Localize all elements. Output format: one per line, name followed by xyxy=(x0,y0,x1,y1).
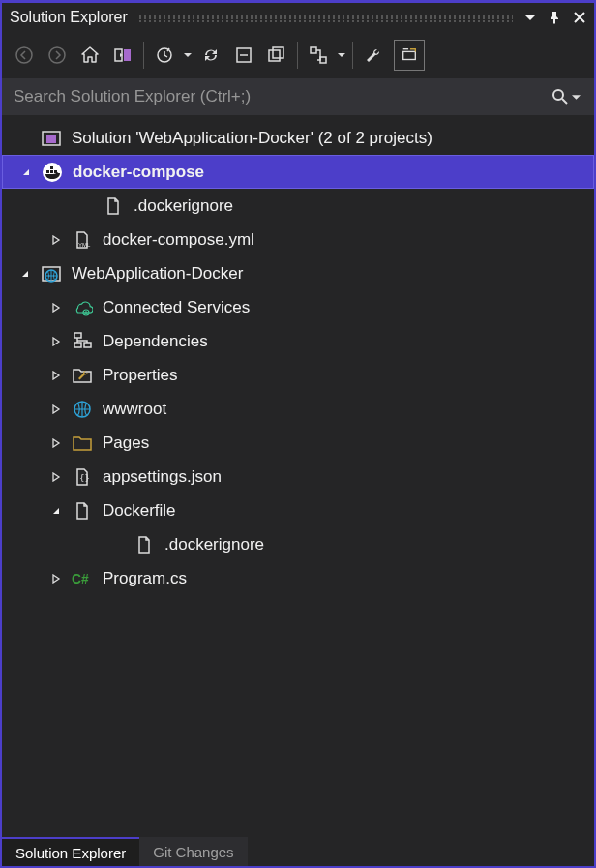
svg-rect-6 xyxy=(269,50,280,61)
dockerignore-node[interactable]: .dockerignore xyxy=(2,189,594,223)
dockerignore-label: .dockerignore xyxy=(134,196,233,216)
svg-rect-17 xyxy=(50,166,53,169)
file-icon xyxy=(72,500,93,522)
drag-handle[interactable] xyxy=(139,15,513,19)
search-button[interactable] xyxy=(547,85,584,108)
pages-node[interactable]: Pages xyxy=(2,426,594,460)
search-bar xyxy=(2,78,594,115)
back-button[interactable] xyxy=(8,39,41,72)
expander-expanded-icon[interactable] xyxy=(17,266,33,282)
toolbar xyxy=(2,32,594,78)
expander-expanded-icon[interactable] xyxy=(18,165,34,180)
home-button[interactable] xyxy=(74,39,106,72)
expander-collapsed-icon[interactable] xyxy=(48,435,64,451)
title-bar: Solution Explorer xyxy=(2,3,594,32)
expander-collapsed-icon[interactable] xyxy=(48,469,64,485)
docker-compose-yml-label: docker-compose.yml xyxy=(103,230,254,250)
svg-point-11 xyxy=(553,90,563,100)
preview-selected-button[interactable] xyxy=(394,40,425,71)
properties-folder-icon xyxy=(72,365,93,386)
connected-services-icon xyxy=(72,297,93,318)
expander-collapsed-icon[interactable] xyxy=(48,334,64,349)
svg-rect-9 xyxy=(320,57,326,63)
class-diagram-dropdown-arrow[interactable] xyxy=(335,51,348,59)
svg-text:YML: YML xyxy=(78,242,91,248)
tab-label: Solution Explorer xyxy=(15,845,126,861)
solution-tree: Solution 'WebApplication-Docker' (2 of 2… xyxy=(2,115,594,837)
folder-icon xyxy=(72,433,93,454)
tab-git-changes[interactable]: Git Changes xyxy=(139,837,247,866)
pin-icon[interactable] xyxy=(548,11,561,24)
tab-solution-explorer[interactable]: Solution Explorer xyxy=(2,837,139,866)
view-class-diagram-button[interactable] xyxy=(302,39,335,72)
dependencies-icon xyxy=(72,331,93,352)
dockerfile-node[interactable]: Dockerfile xyxy=(2,494,594,527)
dependencies-label: Dependencies xyxy=(103,332,208,351)
dockerfile-label: Dockerfile xyxy=(103,501,176,521)
collapse-all-button[interactable] xyxy=(227,39,260,72)
svg-rect-16 xyxy=(50,170,53,173)
svg-rect-23 xyxy=(74,333,81,338)
dockerignore-nested-node[interactable]: .dockerignore xyxy=(2,527,594,561)
toolbar-separator xyxy=(297,42,298,69)
svg-rect-24 xyxy=(74,343,81,347)
json-file-icon: {} xyxy=(72,466,93,488)
show-all-files-button[interactable] xyxy=(260,39,293,72)
pending-changes-filter-button[interactable] xyxy=(148,39,181,72)
dependencies-node[interactable]: Dependencies xyxy=(2,324,594,358)
svg-rect-15 xyxy=(46,170,49,173)
expander-collapsed-icon[interactable] xyxy=(48,368,64,383)
properties-node[interactable]: Properties xyxy=(2,358,594,392)
docker-icon xyxy=(42,162,63,183)
tab-label: Git Changes xyxy=(153,844,233,860)
solution-node[interactable]: Solution 'WebApplication-Docker' (2 of 2… xyxy=(2,121,594,155)
sync-button[interactable] xyxy=(194,39,227,72)
webapp-label: WebApplication-Docker xyxy=(72,264,243,284)
toolbar-separator xyxy=(352,42,353,69)
docker-compose-project-node[interactable]: docker-compose xyxy=(2,155,594,189)
svg-text:{}: {} xyxy=(79,473,90,483)
expander-collapsed-icon[interactable] xyxy=(48,571,64,586)
svg-rect-3 xyxy=(124,49,131,61)
connected-services-node[interactable]: Connected Services xyxy=(2,290,594,324)
file-icon xyxy=(103,195,124,217)
close-icon[interactable] xyxy=(573,11,586,24)
search-input[interactable] xyxy=(12,86,547,107)
svg-rect-13 xyxy=(46,135,56,143)
docker-compose-yml-node[interactable]: YML docker-compose.yml xyxy=(2,223,594,256)
solution-icon xyxy=(41,128,62,149)
dockerignore-nested-label: .dockerignore xyxy=(164,535,264,554)
filter-dropdown-arrow[interactable] xyxy=(181,51,194,59)
appsettings-label: appsettings.json xyxy=(103,467,222,487)
webapp-project-node[interactable]: WebApplication-Docker xyxy=(2,256,594,290)
properties-button[interactable] xyxy=(357,39,390,72)
window-position-icon[interactable] xyxy=(524,12,536,23)
appsettings-node[interactable]: {} appsettings.json xyxy=(2,460,594,494)
svg-text:C#: C# xyxy=(72,571,89,585)
expander-collapsed-icon[interactable] xyxy=(48,232,64,248)
properties-label: Properties xyxy=(103,366,177,385)
svg-rect-8 xyxy=(311,47,316,53)
expander-collapsed-icon[interactable] xyxy=(48,300,64,315)
yml-file-icon: YML xyxy=(72,229,93,251)
file-icon xyxy=(134,534,155,555)
forward-button[interactable] xyxy=(41,39,74,72)
switch-views-button[interactable] xyxy=(106,39,139,72)
expander-expanded-icon[interactable] xyxy=(48,503,64,519)
window-controls xyxy=(524,11,586,24)
wwwroot-label: wwwroot xyxy=(103,400,166,419)
solution-label: Solution 'WebApplication-Docker' (2 of 2… xyxy=(72,129,432,148)
program-cs-label: Program.cs xyxy=(103,569,187,588)
expander-collapsed-icon[interactable] xyxy=(48,402,64,417)
toolbar-separator xyxy=(143,42,144,69)
wwwroot-node[interactable]: wwwroot xyxy=(2,392,594,426)
panel-title: Solution Explorer xyxy=(10,9,128,26)
csharp-file-icon: C# xyxy=(72,568,93,589)
globe-icon xyxy=(72,399,93,420)
program-cs-node[interactable]: C# Program.cs xyxy=(2,561,594,595)
docker-compose-label: docker-compose xyxy=(73,163,204,182)
svg-rect-25 xyxy=(84,343,91,347)
bottom-tabs: Solution Explorer Git Changes xyxy=(2,837,594,866)
svg-point-0 xyxy=(16,47,32,63)
web-project-icon xyxy=(41,263,62,284)
